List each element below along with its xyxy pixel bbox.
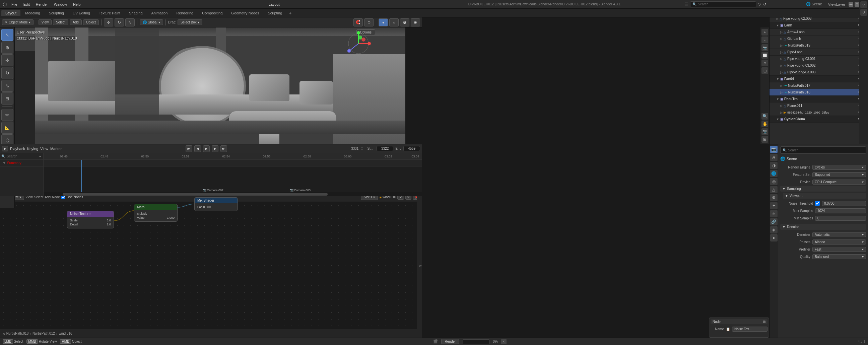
prop-tab-data[interactable]: ◈ — [770, 226, 778, 233]
navigation-gizmo[interactable] — [345, 30, 372, 57]
viewport-camera[interactable]: 📷 — [762, 44, 768, 51]
tab-compositing[interactable]: Compositing — [198, 10, 226, 16]
viewport-3d[interactable]: User Perspective (3331) BoHamNuoc | Nurb… — [15, 28, 422, 144]
properties-search[interactable]: 🔍 Search — [780, 146, 866, 154]
select-menu[interactable]: Select — [53, 20, 68, 25]
passes-selector[interactable]: Albedo ▾ — [812, 240, 866, 245]
keying-label[interactable]: Keying — [27, 147, 38, 151]
prop-tab-world[interactable]: ◎ — [770, 178, 778, 185]
outliner-item-pipe-lanh[interactable]: ▷ △ Pipe-Lanh 👁 📷 — [770, 49, 868, 56]
sync-icon[interactable]: ↺ — [763, 2, 767, 7]
viewlayer-selector[interactable]: ViewLayer — [826, 2, 848, 7]
play-button[interactable]: ▶ — [203, 145, 210, 152]
menu-window[interactable]: Window — [51, 2, 70, 7]
prop-tab-particles[interactable]: ✦ — [770, 202, 778, 209]
mode-selector[interactable]: ↖ Object Mode ▾ — [2, 20, 33, 25]
summary-expand-icon[interactable]: ▼ — [3, 161, 6, 165]
prop-tab-render[interactable]: 📷 — [770, 146, 778, 153]
start-frame-field[interactable]: 3322 — [376, 146, 393, 151]
tab-shading[interactable]: Shading — [125, 10, 146, 16]
drag-mode-selector[interactable]: Select Box ▾ — [178, 20, 203, 25]
annotate-tool-button[interactable]: ✏ — [1, 109, 13, 121]
prop-tab-material[interactable]: ● — [770, 234, 778, 242]
viewport-subsection-header[interactable]: ▼ Viewport — [783, 193, 866, 199]
viewport-shading-render[interactable]: ◉ — [411, 19, 420, 27]
breadcrumb-nurbspath-018[interactable]: NurbsPath.018 — [6, 332, 29, 335]
prop-tab-physics[interactable]: ⚛ — [770, 210, 778, 217]
outliner-search[interactable]: 🔍 Search — [690, 1, 756, 7]
device-selector[interactable]: GPU Compute ▾ — [812, 180, 866, 185]
search-expand-icon[interactable]: → — [38, 154, 42, 158]
outliner-item-nurbspath-019[interactable]: ▷ 〜 NurbsPath.019 👁 📷 — [770, 42, 868, 49]
snapping-btn[interactable]: 🧲 — [353, 19, 363, 27]
close-render-button[interactable]: ✕ — [501, 339, 506, 344]
render-button[interactable]: Render — [441, 339, 460, 344]
node-1[interactable]: Noise Texture Scale5.0 Detail2.0 — [67, 211, 114, 228]
tab-texture-paint[interactable]: Texture Paint — [95, 10, 124, 16]
scale-tool[interactable]: ⤡ — [125, 19, 135, 27]
denoise-header[interactable]: ▼ Denoise — [780, 224, 866, 230]
playback-label[interactable]: Playback — [10, 147, 25, 151]
rotate-tool-button[interactable]: ↻ — [1, 67, 13, 79]
viewport-overlay[interactable]: ⊙ — [762, 60, 768, 66]
layout-btn[interactable]: Layout — [266, 2, 282, 7]
prop-tab-output[interactable]: 🖨 — [770, 154, 778, 161]
viewport-shading-mat[interactable]: ◕ — [400, 19, 409, 27]
outliner-item-gio-lanh[interactable]: ▷ △ Gio-Lanh 👁 📷 — [770, 35, 868, 42]
node-name-value[interactable]: Noise Tex... — [732, 326, 768, 332]
viewport-shading-solid[interactable]: ● — [378, 19, 388, 27]
outliner-item-video[interactable]: ▷ ▶ 9694224-hd_1920_1080_25fps 👁 📷 — [770, 109, 868, 116]
outliner-item-lanh[interactable]: ▼ ▣ Lanh 👁 📷 — [770, 22, 868, 29]
minimize-button[interactable]: — — [848, 2, 853, 7]
nav-pan-btn[interactable]: ✋ — [762, 121, 768, 127]
max-samples-value[interactable]: 1024 — [815, 208, 866, 213]
denoiser-selector[interactable]: Automatic ▾ — [812, 232, 866, 237]
next-frame-button[interactable]: ▶ — [212, 145, 218, 152]
tab-uv-editing[interactable]: UV Editing — [69, 10, 94, 16]
outliner-item-fan04[interactable]: ▼ ▣ Fan04 👁 📷 — [770, 76, 868, 83]
tab-geometry-nodes[interactable]: Geometry Nodes — [227, 10, 263, 16]
nav-camera-btn[interactable]: 📷 — [762, 128, 768, 135]
timeline-ruler[interactable]: 02:46 02:48 02:50 02:52 02:54 02:56 02:5… — [43, 153, 422, 160]
filter-icon[interactable]: ▽ — [758, 2, 761, 7]
measure-tool-button[interactable]: 📐 — [1, 122, 13, 134]
node-2[interactable]: Math Multiply Value1.000 — [134, 204, 178, 222]
min-samples-value[interactable]: 0 — [815, 216, 866, 221]
prev-frame-button[interactable]: ◀ — [194, 145, 201, 152]
add-menu[interactable]: Add — [70, 20, 82, 25]
outliner-item-pipe-03-003[interactable]: ▷ △ Pipe-vuong-03.003 👁 📷 — [770, 69, 868, 76]
viewport-zoom-out[interactable]: - — [762, 36, 768, 43]
outliner-item-cyclonchum[interactable]: ▼ ▣ CyclonChum 👁 📷 — [770, 116, 868, 123]
viewport-display[interactable]: ⬜ — [762, 52, 768, 59]
transform-tool-button[interactable]: ⊞ — [1, 92, 13, 104]
node-strip[interactable]: N — [417, 184, 422, 345]
prop-tab-object[interactable]: △ — [770, 186, 778, 193]
node-canvas[interactable]: Noise Texture Scale5.0 Detail2.0 Math Mu… — [0, 202, 422, 345]
tab-scripting[interactable]: Scripting — [264, 10, 286, 16]
tab-sculpting[interactable]: Sculpting — [45, 10, 68, 16]
move-tool-button[interactable]: ✛ — [1, 54, 13, 66]
view-label[interactable]: View — [40, 147, 48, 151]
prop-tab-view-layer[interactable]: ◑ — [770, 162, 778, 169]
cursor-tool-button[interactable]: ⊕ — [1, 41, 13, 54]
move-tool[interactable]: ✛ — [104, 19, 113, 27]
outliner-item-pipe-03-002[interactable]: ▷ △ Pipe-vuong-03.002 👁 📷 — [770, 62, 868, 69]
tab-layout[interactable]: Layout — [1, 10, 21, 16]
node-3[interactable]: Mix Shader Fac 0.500 — [194, 197, 238, 211]
breadcrumb-wind-016[interactable]: wind.016 — [59, 332, 72, 335]
object-menu[interactable]: Object — [83, 20, 99, 25]
scrollbar-thumb[interactable] — [63, 193, 328, 196]
outliner-item-arrow-lanh[interactable]: ▷ △ Arrow-Lanh 👁 📷 — [770, 29, 868, 35]
rotate-tool[interactable]: ↻ — [115, 19, 124, 27]
view-menu[interactable]: View — [38, 20, 52, 25]
viewport-zoom-in[interactable]: + — [762, 29, 768, 35]
viewport-xray[interactable]: ◫ — [762, 67, 768, 74]
prop-tab-modifiers[interactable]: ⚙ — [770, 194, 778, 201]
menu-help[interactable]: Help — [70, 2, 84, 7]
jump-end-button[interactable]: ⏭ — [220, 145, 227, 152]
tab-rendering[interactable]: Rendering — [172, 10, 197, 16]
outliner-item-pheutro[interactable]: ▼ ▣ PheuTro 👁 📷 — [770, 96, 868, 102]
viewport-shading-wire[interactable]: ○ — [389, 19, 399, 27]
noise-threshold-value[interactable]: 0.0700 — [822, 201, 866, 206]
feature-set-selector[interactable]: Supported ▾ — [812, 172, 866, 177]
